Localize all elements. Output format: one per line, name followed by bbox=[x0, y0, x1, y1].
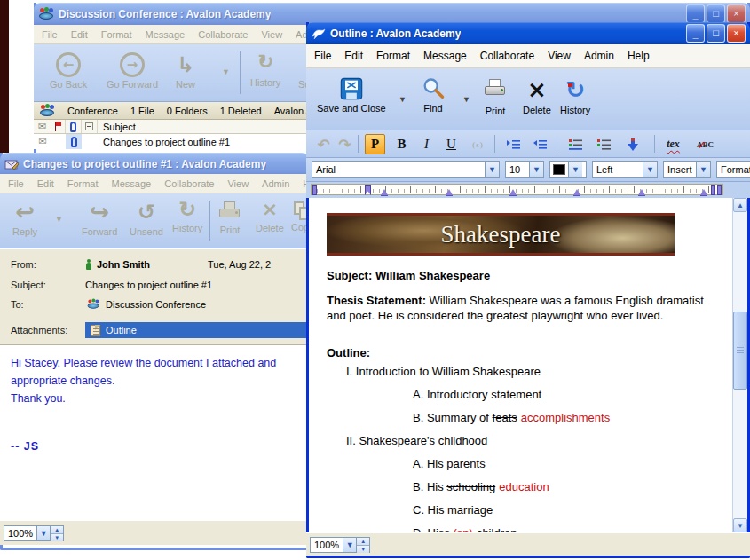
history-button[interactable]: ↻ History bbox=[172, 200, 202, 233]
new-dropdown-arrow[interactable]: ▼ bbox=[222, 67, 230, 76]
chevron-down-icon[interactable]: ▼ bbox=[643, 162, 657, 177]
delete-button[interactable]: × Delete bbox=[256, 200, 284, 233]
menu-item-collaborate[interactable]: Collaborate bbox=[164, 178, 214, 189]
chevron-down-icon[interactable]: ▼ bbox=[485, 162, 499, 177]
titlebar-message[interactable]: Changes to project outline #1 : Avalon A… bbox=[0, 153, 309, 175]
go-forward-button[interactable]: → Go Forward bbox=[107, 52, 158, 90]
row-subject[interactable]: Changes to project outline #1 bbox=[98, 137, 230, 147]
history-button[interactable]: ↻ History bbox=[250, 52, 280, 88]
menu-item-admin[interactable]: Admin bbox=[584, 50, 614, 62]
maximize-button[interactable]: □ bbox=[707, 4, 725, 23]
spellcheck-button[interactable]: ABC ✓ bbox=[695, 134, 715, 154]
paragraph-style-button[interactable]: P bbox=[365, 134, 385, 154]
chevron-down-icon[interactable]: ▼ bbox=[529, 162, 543, 177]
tab-stop[interactable] bbox=[509, 189, 517, 195]
maximize-button[interactable]: □ bbox=[707, 24, 725, 43]
format-select[interactable]: Format▼ bbox=[716, 161, 750, 178]
font-size-select[interactable]: 10▼ bbox=[505, 161, 544, 178]
menu-item-file[interactable]: File bbox=[42, 29, 58, 40]
menu-item-format[interactable]: Format bbox=[67, 178, 99, 189]
minimize-button[interactable]: _ bbox=[686, 4, 705, 23]
column-attachment[interactable] bbox=[66, 120, 82, 133]
menu-item-message[interactable]: Message bbox=[112, 178, 152, 189]
message-body[interactable]: Hi Stacey. Please review the document I … bbox=[0, 344, 309, 520]
zoom-spinner[interactable]: ▲▼ bbox=[51, 525, 64, 541]
ruler[interactable] bbox=[311, 184, 723, 195]
find-button[interactable]: Find bbox=[420, 76, 446, 114]
redo-button[interactable]: ↷ bbox=[335, 134, 355, 154]
menu-item-file[interactable]: File bbox=[8, 178, 24, 189]
numbered-list-button[interactable] bbox=[565, 134, 586, 154]
bullet-list-button[interactable] bbox=[594, 134, 614, 154]
menu-item-collaborate[interactable]: Collaborate bbox=[198, 29, 248, 40]
strike-style-button[interactable]: (s) bbox=[468, 134, 488, 154]
go-back-button[interactable]: ← Go Back bbox=[50, 52, 87, 90]
menu-item-format[interactable]: Format bbox=[101, 29, 132, 40]
menu-item-view[interactable]: View bbox=[548, 50, 571, 62]
unsend-button[interactable]: ↺ Unsend bbox=[130, 200, 163, 237]
move-down-button[interactable] bbox=[622, 134, 643, 154]
undo-button[interactable]: ↶ bbox=[313, 134, 334, 154]
document-area[interactable]: Shakespeare Subject: William Shakespeare… bbox=[309, 198, 747, 532]
tab-stop[interactable] bbox=[700, 189, 707, 195]
attachment-item[interactable]: Outline bbox=[85, 322, 309, 338]
menu-item-format[interactable]: Format bbox=[376, 50, 410, 62]
scroll-thumb[interactable] bbox=[733, 312, 747, 390]
close-button[interactable]: × bbox=[727, 24, 746, 43]
indent-marker[interactable] bbox=[365, 185, 371, 195]
zoom-control[interactable]: 100% ▼ bbox=[310, 537, 357, 553]
font-color-select[interactable]: ▼ bbox=[549, 161, 587, 178]
menu-item-admin[interactable]: Admin bbox=[262, 178, 289, 189]
tab-stop[interactable] bbox=[573, 189, 580, 195]
minimize-button[interactable]: _ bbox=[686, 24, 705, 43]
left-margin-marker[interactable] bbox=[312, 185, 317, 195]
menu-item-help[interactable]: Help bbox=[628, 50, 650, 62]
zoom-dropdown-icon[interactable]: ▼ bbox=[36, 526, 50, 540]
delete-button[interactable]: × Delete bbox=[523, 76, 551, 115]
menu-item-edit[interactable]: Edit bbox=[37, 178, 54, 189]
menu-item-edit[interactable]: Edit bbox=[344, 50, 363, 62]
right-margin-marker-2[interactable] bbox=[717, 185, 722, 195]
menu-item-message[interactable]: Message bbox=[423, 50, 467, 62]
zoom-spinner[interactable]: ▲▼ bbox=[357, 537, 370, 553]
to-value[interactable]: Discussion Conference bbox=[106, 299, 206, 310]
history-button[interactable]: ↻ History bbox=[560, 76, 590, 115]
reply-dropdown-arrow[interactable]: ▼ bbox=[55, 215, 63, 224]
scroll-down-button[interactable]: ▼ bbox=[733, 518, 747, 532]
column-expand[interactable] bbox=[82, 120, 98, 133]
column-flag[interactable] bbox=[51, 120, 66, 133]
zoom-control[interactable]: 100% ▼ bbox=[4, 525, 51, 541]
font-family-select[interactable]: Arial▼ bbox=[312, 161, 500, 178]
close-button[interactable]: × bbox=[727, 4, 746, 23]
vertical-scrollbar[interactable]: ▲ ▼ bbox=[732, 198, 747, 532]
print-button[interactable]: Print bbox=[218, 201, 241, 235]
zoom-dropdown-icon[interactable]: ▼ bbox=[343, 538, 356, 552]
menu-item-file[interactable]: File bbox=[314, 50, 331, 62]
from-value[interactable]: John Smith bbox=[97, 259, 150, 270]
menu-item-message[interactable]: Message bbox=[146, 29, 186, 40]
underline-button[interactable]: U bbox=[441, 134, 462, 154]
menu-item-view[interactable]: View bbox=[261, 29, 282, 40]
right-margin-marker[interactable] bbox=[711, 185, 715, 195]
new-button[interactable]: ↳ New bbox=[176, 52, 195, 90]
menu-item-view[interactable]: View bbox=[227, 178, 249, 189]
save-dropdown-arrow[interactable]: ▼ bbox=[399, 95, 407, 104]
tab-stop[interactable] bbox=[381, 189, 388, 195]
save-and-close-button[interactable]: Save and Close bbox=[317, 76, 386, 114]
print-button[interactable]: Print bbox=[484, 79, 507, 116]
tab-stop[interactable] bbox=[446, 189, 453, 195]
chevron-down-icon[interactable]: ▼ bbox=[568, 162, 582, 177]
reply-button[interactable]: ↩ Reply bbox=[12, 200, 37, 237]
bold-button[interactable]: B bbox=[391, 134, 412, 154]
column-subject[interactable]: Subject bbox=[98, 122, 136, 132]
insert-select[interactable]: Insert▼ bbox=[663, 161, 711, 178]
menu-item-edit[interactable]: Edit bbox=[71, 29, 88, 40]
spellcheck-as-you-type-button[interactable]: tex bbox=[663, 134, 683, 154]
italic-button[interactable]: I bbox=[416, 134, 437, 154]
outdent-button[interactable] bbox=[530, 134, 550, 154]
menu-item-collaborate[interactable]: Collaborate bbox=[480, 50, 534, 62]
chevron-down-icon[interactable]: ▼ bbox=[696, 162, 710, 177]
tab-stop[interactable] bbox=[638, 189, 645, 195]
titlebar-outline[interactable]: Outline : Avalon Academy _ □ × bbox=[306, 22, 750, 44]
indent-button[interactable] bbox=[503, 134, 524, 154]
